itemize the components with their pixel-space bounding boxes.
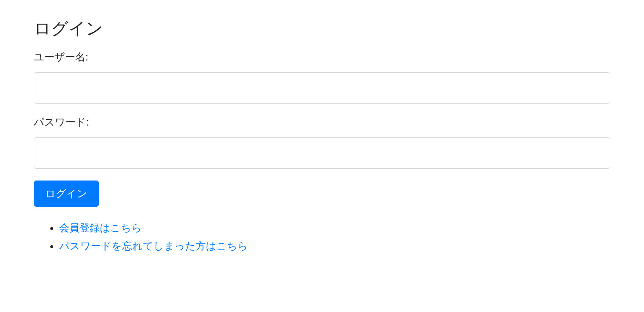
page-title: ログイン	[34, 17, 610, 40]
login-container: ログイン ユーザー名: パスワード: ログイン 会員登録はこちら パスワードを忘…	[34, 17, 610, 255]
password-input[interactable]	[34, 137, 610, 169]
links-list: 会員登録はこちら パスワードを忘れてしまった方はこちら	[34, 219, 610, 255]
login-button[interactable]: ログイン	[34, 181, 99, 207]
username-group: ユーザー名:	[34, 50, 610, 104]
username-label: ユーザー名:	[34, 50, 610, 64]
login-form: ユーザー名: パスワード: ログイン	[34, 50, 610, 219]
password-label: パスワード:	[34, 115, 610, 129]
list-item: パスワードを忘れてしまった方はこちら	[59, 237, 610, 255]
username-input[interactable]	[34, 72, 610, 104]
register-link[interactable]: 会員登録はこちら	[59, 222, 142, 233]
password-group: パスワード:	[34, 115, 610, 169]
list-item: 会員登録はこちら	[59, 219, 610, 237]
forgot-password-link[interactable]: パスワードを忘れてしまった方はこちら	[59, 240, 248, 252]
